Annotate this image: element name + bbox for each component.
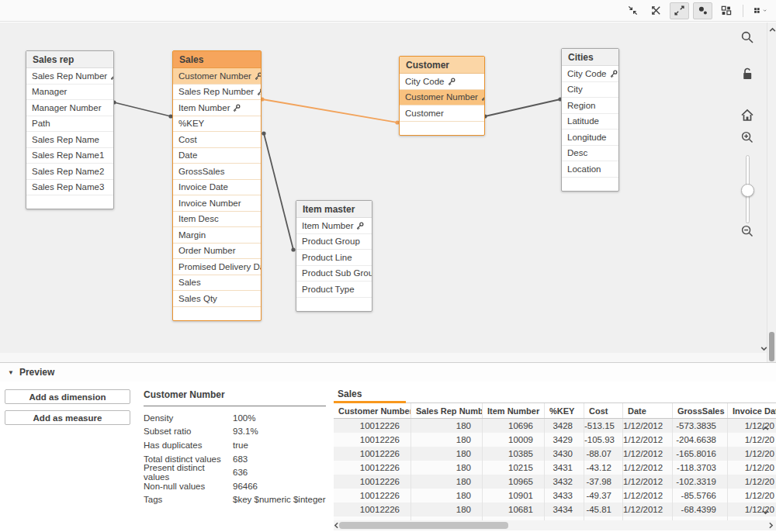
model-table-sales[interactable]: SalesCustomer NumberSales Rep NumberItem…: [172, 50, 262, 321]
field-cities-location[interactable]: Location: [562, 161, 618, 178]
model-table-sales-rep[interactable]: Sales repSales Rep NumberManagerManager …: [26, 50, 114, 209]
field-item-master-product-group[interactable]: Product Group: [296, 234, 372, 250]
model-table-cities[interactable]: CitiesCity CodeCityRegionLatitudeLongitu…: [561, 48, 619, 192]
zoom-in-button[interactable]: [740, 130, 754, 144]
field-sales-sales-qty[interactable]: Sales Qty: [173, 291, 261, 307]
field-customer-customer-number[interactable]: Customer Number: [400, 90, 484, 106]
model-table-title[interactable]: Item master: [296, 201, 372, 218]
field-sales-rep-manager-number[interactable]: Manager Number: [26, 100, 113, 116]
field-sales-date[interactable]: Date: [173, 148, 261, 164]
grid-cell: 10012226: [334, 447, 411, 461]
field-sales-rep-sales-rep-name3[interactable]: Sales Rep Name3: [26, 180, 113, 196]
scroll-down-icon[interactable]: [760, 344, 768, 353]
expand-arrows-icon: [674, 5, 685, 16]
grid-scroll-up-icon[interactable]: [761, 424, 770, 433]
field-sales-rep-sales-rep-name1[interactable]: Sales Rep Name1: [26, 148, 113, 164]
field-item-master-item-number[interactable]: Item Number: [296, 218, 372, 234]
preview-header[interactable]: ▼ Preview: [0, 363, 776, 382]
model-table-title[interactable]: Sales rep: [26, 51, 113, 68]
field-cities-city-code[interactable]: City Code: [562, 66, 618, 82]
field-cities-latitude[interactable]: Latitude: [562, 114, 618, 130]
canvas-scrollbar-thumb[interactable]: [769, 332, 774, 361]
model-table-item-master[interactable]: Item masterItem NumberProduct GroupProdu…: [296, 200, 372, 312]
detail-value: true: [233, 440, 248, 450]
field-sales-customer-number[interactable]: Customer Number: [173, 68, 261, 85]
collapse-caret-icon[interactable]: ▼: [8, 369, 14, 376]
grid-horizontal-scrollbar[interactable]: [334, 520, 776, 530]
zoom-out-button[interactable]: [740, 224, 754, 238]
grid-scrollbar-thumb[interactable]: [339, 522, 508, 529]
model-table-title[interactable]: Sales: [173, 51, 261, 68]
field-sales-cost[interactable]: Cost: [173, 132, 261, 148]
zoom-slider-thumb[interactable]: [741, 184, 754, 197]
field-customer-city-code[interactable]: City Code: [400, 74, 484, 90]
unlock-button[interactable]: [740, 67, 754, 81]
field-label: Customer: [405, 109, 444, 118]
field-sales-key[interactable]: %KEY: [173, 116, 261, 133]
canvas-horizontal-scrollbar[interactable]: [0, 353, 767, 362]
grid-cell: 1/12/2012: [623, 461, 673, 475]
field-customer-customer[interactable]: Customer: [400, 105, 484, 122]
scroll-up-icon[interactable]: [768, 26, 776, 34]
scroll-right-icon[interactable]: [767, 521, 775, 530]
field-sales-order-number[interactable]: Order Number: [173, 244, 261, 260]
model-table-footer: [562, 178, 618, 191]
detail-value: 636: [233, 468, 248, 477]
field-sales-grosssales[interactable]: GrossSales: [173, 164, 261, 180]
field-item-master-product-line[interactable]: Product Line: [296, 250, 372, 266]
search-button[interactable]: [740, 30, 754, 44]
bubble-layout-button[interactable]: [693, 2, 712, 19]
field-label: Manager: [32, 87, 67, 96]
model-table-title[interactable]: Cities: [562, 49, 618, 66]
field-sales-rep-sales-rep-number[interactable]: Sales Rep Number: [26, 68, 113, 85]
grid-row: 10012226180109653432-37.981/12/2012-102.…: [334, 475, 776, 489]
collapse-cross-button[interactable]: [646, 2, 666, 19]
grid-cell: 3430: [545, 447, 584, 461]
field-sales-invoice-date[interactable]: Invoice Date: [173, 180, 261, 196]
field-item-master-product-sub-group[interactable]: Product Sub Group: [296, 266, 372, 282]
field-detail-subset-ratio: Subset ratio93.1%: [144, 425, 326, 439]
key-icon: [233, 104, 241, 112]
field-sales-margin[interactable]: Margin: [173, 227, 261, 244]
field-sales-promised-delivery-date[interactable]: Promised Delivery Date: [173, 259, 261, 275]
home-icon: [740, 108, 754, 122]
grid-tab-underline: [334, 401, 406, 403]
field-cities-region[interactable]: Region: [562, 98, 618, 114]
views-menu-button[interactable]: [750, 2, 770, 19]
field-sales-sales-rep-number[interactable]: Sales Rep Number: [173, 85, 261, 101]
expand-arrows-button[interactable]: [670, 2, 689, 19]
grid-cell: -165.8016: [673, 447, 728, 461]
field-cities-desc[interactable]: Desc: [562, 146, 618, 162]
field-sales-sales[interactable]: Sales: [173, 275, 261, 292]
add-as-dimension-button[interactable]: Add as dimension: [5, 389, 130, 404]
field-sales-rep-manager[interactable]: Manager: [26, 85, 113, 101]
field-sales-item-desc[interactable]: Item Desc: [173, 212, 261, 228]
detail-value: 100%: [233, 413, 255, 423]
home-button[interactable]: [740, 108, 754, 122]
grid-cell: 3433: [545, 489, 584, 503]
add-as-measure-button[interactable]: Add as measure: [5, 410, 130, 425]
field-sales-rep-path[interactable]: Path: [26, 116, 113, 133]
field-cities-city[interactable]: City: [562, 82, 618, 98]
field-label: Region: [567, 101, 595, 110]
field-sales-rep-sales-rep-name[interactable]: Sales Rep Name: [26, 132, 113, 148]
field-sales-invoice-number[interactable]: Invoice Number: [173, 195, 261, 212]
canvas-vertical-scrollbar[interactable]: [767, 22, 776, 362]
data-model-canvas[interactable]: Sales repSales Rep NumberManagerManager …: [0, 22, 767, 353]
field-sales-item-number[interactable]: Item Number: [173, 100, 261, 116]
connection-customer-cities: [483, 97, 562, 118]
grid-cell: 3432: [545, 475, 584, 489]
model-table-customer[interactable]: CustomerCity CodeCustomer NumberCustomer: [399, 56, 485, 136]
collapse-arrows-button[interactable]: [623, 2, 643, 19]
model-table-title[interactable]: Customer: [400, 57, 484, 74]
grid-scroll-down-icon[interactable]: [761, 508, 770, 516]
field-detail-has-duplicates: Has duplicatestrue: [144, 438, 326, 452]
field-label: Longitude: [567, 133, 607, 142]
field-label: Location: [567, 164, 601, 174]
detail-value: 93.1%: [233, 427, 258, 436]
field-cities-longitude[interactable]: Longitude: [562, 130, 618, 146]
field-sales-rep-sales-rep-name2[interactable]: Sales Rep Name2: [26, 164, 113, 180]
grid-layout-button[interactable]: [716, 2, 736, 19]
detail-value: 96466: [233, 482, 258, 491]
field-item-master-product-type[interactable]: Product Type: [296, 282, 372, 298]
